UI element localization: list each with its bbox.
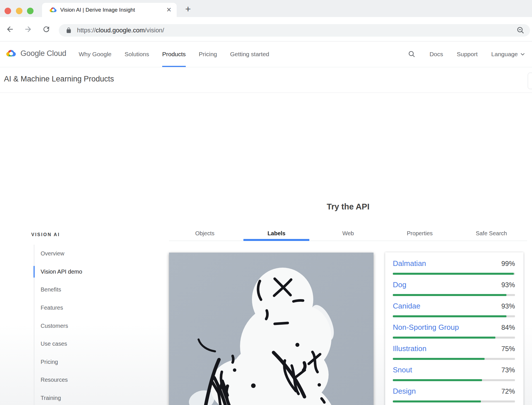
label-percent: 72% <box>501 387 515 395</box>
nav-item[interactable]: Getting started <box>230 41 269 67</box>
google-cloud-logo[interactable]: GoogleCloud <box>5 48 66 58</box>
label-name-link[interactable]: Dog <box>393 280 406 289</box>
google-cloud-cloud-icon <box>5 48 17 58</box>
nav-item[interactable]: Why Google <box>79 41 112 67</box>
address-bar[interactable]: https://cloud.google.com/vision/ <box>59 24 530 37</box>
confidence-bar-fill <box>393 400 481 402</box>
label-percent: 93% <box>501 302 515 310</box>
confidence-bar-track <box>393 400 515 402</box>
sidebar-item[interactable]: Features <box>34 299 113 317</box>
confidence-bar-track <box>393 337 515 339</box>
confidence-bar-track <box>393 273 515 275</box>
confidence-bar-track <box>393 294 515 296</box>
label-percent: 99% <box>501 260 515 268</box>
label-row: Dalmatian 99% <box>393 259 515 275</box>
nav-item[interactable]: Products <box>162 41 186 67</box>
sidebar-item[interactable]: Benefits <box>34 281 113 299</box>
window-minimize-button[interactable] <box>16 8 22 14</box>
label-percent: 93% <box>501 281 515 289</box>
label-name-link[interactable]: Illustration <box>393 344 427 353</box>
tab-favicon-google-cloud-icon <box>49 6 57 14</box>
sidebar-item[interactable]: Customers <box>34 317 113 335</box>
label-percent: 75% <box>501 345 515 353</box>
sidebar-item[interactable]: Vision API demo <box>34 263 113 281</box>
nav-item[interactable]: Pricing <box>199 41 217 67</box>
new-tab-button[interactable]: + <box>185 4 191 14</box>
labels-results-card: Dalmatian 99% Dog 93% Canidae 93% <box>385 252 523 405</box>
subheader-partial-button[interactable] <box>528 73 532 89</box>
label-row: Illustration 75% <box>393 344 515 360</box>
brand-text: GoogleCloud <box>20 49 66 58</box>
caret-down-icon <box>521 53 525 56</box>
confidence-bar-fill <box>393 294 506 296</box>
nav-right: Docs Support Language <box>408 41 525 67</box>
google-cloud-navbar: GoogleCloud Why GoogleSolutionsProductsP… <box>0 41 532 67</box>
browser-tab[interactable]: Vision AI | Derive Image Insight ✕ <box>42 3 177 17</box>
browser-toolbar: https://cloud.google.com/vision/ <box>0 17 532 41</box>
confidence-bar-track <box>393 379 515 381</box>
demo-tab[interactable]: Objects <box>169 226 241 241</box>
page-title: AI & Machine Learning Products <box>4 75 114 83</box>
demo-tab[interactable]: Properties <box>384 226 456 241</box>
sidebar-item[interactable]: Resources <box>34 371 113 389</box>
label-name-link[interactable]: Dalmatian <box>393 259 426 268</box>
confidence-bar-fill <box>393 358 485 360</box>
url-text: https://cloud.google.com/vision/ <box>77 27 164 34</box>
demo-tab[interactable]: Safe Search <box>456 226 527 241</box>
window-zoom-button[interactable] <box>27 8 34 14</box>
label-percent: 73% <box>501 366 515 374</box>
window-close-button[interactable] <box>5 8 11 14</box>
confidence-bar-fill <box>393 379 482 381</box>
tab-close-icon[interactable]: ✕ <box>165 6 173 14</box>
demo-tab[interactable]: Labels <box>241 226 312 241</box>
demo-title: Try the API <box>169 202 527 211</box>
zoom-out-icon[interactable] <box>516 26 525 35</box>
reload-button[interactable] <box>42 25 51 33</box>
main-content: VISION AI OverviewVision API demoBenefit… <box>0 93 532 405</box>
label-row: Dog 93% <box>393 280 515 296</box>
subheader: AI & Machine Learning Products <box>0 67 532 93</box>
label-row: Snout 73% <box>393 366 515 381</box>
tab-title: Vision AI | Derive Image Insight <box>60 6 165 14</box>
label-name-link[interactable]: Canidae <box>393 302 420 310</box>
label-row: Design 72% <box>393 387 515 402</box>
confidence-bar-fill <box>393 315 506 317</box>
search-icon[interactable] <box>408 50 416 58</box>
demo-tabs: ObjectsLabelsWebPropertiesSafe Search <box>169 226 527 241</box>
lock-icon <box>66 27 72 33</box>
label-name-link[interactable]: Non-Sporting Group <box>393 323 459 332</box>
label-percent: 84% <box>501 324 515 331</box>
confidence-bar-fill <box>393 337 495 339</box>
sidebar-item[interactable]: Pricing <box>34 353 113 371</box>
sidebar-item[interactable]: Use cases <box>34 335 113 353</box>
label-row: Non-Sporting Group 84% <box>393 323 515 339</box>
nav-item-docs[interactable]: Docs <box>429 51 443 58</box>
nav-item[interactable]: Solutions <box>125 41 149 67</box>
sidebar: OverviewVision API demoBenefitsFeaturesC… <box>34 245 113 405</box>
label-row: Canidae 93% <box>393 302 515 317</box>
sidebar-item[interactable]: Overview <box>34 245 113 263</box>
confidence-bar-track <box>393 315 515 317</box>
confidence-bar-track <box>393 358 515 360</box>
back-button[interactable] <box>6 25 14 33</box>
confidence-bar-fill <box>393 273 514 275</box>
sidebar-title: VISION AI <box>31 232 60 237</box>
browser-titlebar: Vision AI | Derive Image Insight ✕ + <box>0 0 532 17</box>
nav-items: Why GoogleSolutionsProductsPricingGettin… <box>79 41 269 67</box>
demo-tab[interactable]: Web <box>312 226 384 241</box>
forward-button[interactable] <box>24 25 32 33</box>
analyzed-image <box>169 253 374 405</box>
nav-item-support[interactable]: Support <box>457 51 478 58</box>
nav-item-language[interactable]: Language <box>491 51 525 58</box>
label-name-link[interactable]: Snout <box>393 366 412 374</box>
label-name-link[interactable]: Design <box>393 387 416 396</box>
sidebar-item[interactable]: Training <box>34 389 113 405</box>
